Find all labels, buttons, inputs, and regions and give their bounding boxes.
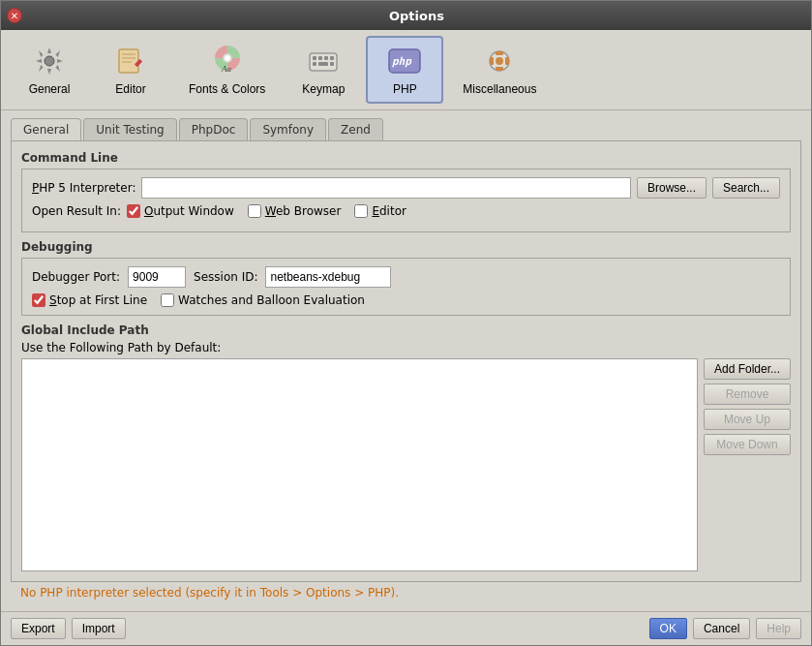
svg-rect-11 <box>313 56 316 60</box>
debugger-port-label: Debugger Port: <box>32 270 120 284</box>
fonts-colors-icon: Aa <box>210 44 245 78</box>
export-button[interactable]: Export <box>11 618 66 639</box>
watches-balloon-checkbox[interactable] <box>161 293 174 307</box>
general-icon <box>32 44 67 78</box>
web-browser-checkbox-item: Web Browser <box>248 204 342 218</box>
toolbar-php-label: PHP <box>393 82 417 96</box>
global-include-path-label: Global Include Path <box>21 323 791 337</box>
watches-balloon-checkbox-item: Watches and Balloon Evaluation <box>161 293 365 307</box>
svg-rect-17 <box>330 62 334 66</box>
editor-checkbox[interactable] <box>354 204 368 218</box>
import-button[interactable]: Import <box>72 618 126 639</box>
command-line-label: Command Line <box>21 151 791 165</box>
help-button[interactable]: Help <box>756 618 801 639</box>
window-title: Options <box>28 9 805 23</box>
toolbar-miscellaneous-label: Miscellaneous <box>463 82 536 96</box>
panel: Command Line PHP 5 Interpreter: Browse..… <box>11 140 801 582</box>
toolbar-keymap[interactable]: Keymap <box>285 36 362 104</box>
move-down-button[interactable]: Move Down <box>704 434 791 455</box>
svg-rect-16 <box>318 62 328 66</box>
watches-balloon-label: Watches and Balloon Evaluation <box>178 293 365 307</box>
remove-button[interactable]: Remove <box>704 384 791 405</box>
session-id-label: Session ID: <box>194 270 257 284</box>
web-browser-label: Web Browser <box>265 204 342 218</box>
status-message: No PHP interpreter selected (specify it … <box>20 586 399 600</box>
path-buttons: Add Folder... Remove Move Up Move Down <box>704 358 791 571</box>
footer: Export Import OK Cancel Help <box>1 611 811 645</box>
browse-button[interactable]: Browse... <box>637 177 707 199</box>
debugger-port-row: Debugger Port: Session ID: <box>32 266 780 288</box>
move-up-button[interactable]: Move Up <box>704 409 791 430</box>
tabs: General Unit Testing PhpDoc Symfony Zend <box>11 118 801 140</box>
close-button[interactable]: ✕ <box>7 8 22 23</box>
debugging-label: Debugging <box>21 240 791 254</box>
svg-rect-14 <box>330 56 334 60</box>
debugger-port-input[interactable] <box>128 266 186 288</box>
svg-point-0 <box>45 56 54 66</box>
svg-rect-21 <box>496 51 503 55</box>
ok-button[interactable]: OK <box>649 618 687 639</box>
output-window-checkbox-item: Output Window <box>127 204 234 218</box>
debugging-checkboxes: Stop at First Line Watches and Balloon E… <box>32 293 780 307</box>
open-result-label: Open Result In: <box>32 204 121 218</box>
cancel-button[interactable]: Cancel <box>693 618 750 639</box>
svg-text:php: php <box>392 55 412 68</box>
toolbar: General Editor Aa <box>1 30 811 110</box>
tab-unit-testing[interactable]: Unit Testing <box>83 118 176 140</box>
editor-checkbox-item: Editor <box>354 204 406 218</box>
search-button[interactable]: Search... <box>712 177 780 199</box>
toolbar-editor[interactable]: Editor <box>92 36 169 104</box>
path-list[interactable] <box>21 358 698 571</box>
content-area: General Unit Testing PhpDoc Symfony Zend… <box>1 110 811 611</box>
footer-right: OK Cancel Help <box>649 618 801 639</box>
add-folder-button[interactable]: Add Folder... <box>704 358 791 380</box>
tab-symfony[interactable]: Symfony <box>250 118 326 140</box>
output-window-label: Output Window <box>144 204 234 218</box>
interpreter-label: PHP 5 Interpreter: <box>32 181 135 195</box>
toolbar-keymap-label: Keymap <box>302 82 345 96</box>
command-line-section: Command Line PHP 5 Interpreter: Browse..… <box>21 151 791 232</box>
options-window: ✕ Options General <box>0 0 812 646</box>
debugging-box: Debugger Port: Session ID: Stop at First… <box>21 258 791 316</box>
toolbar-fonts-colors[interactable]: Aa Fonts & Colors <box>173 36 281 104</box>
toolbar-general[interactable]: General <box>11 36 88 104</box>
stop-first-line-checkbox-item: Stop at First Line <box>32 293 147 307</box>
toolbar-php[interactable]: php PHP <box>366 36 443 104</box>
svg-rect-1 <box>119 49 138 73</box>
open-result-checkboxes: Output Window Web Browser <box>127 204 406 218</box>
keymap-icon <box>306 44 341 78</box>
miscellaneous-icon <box>482 44 517 78</box>
path-area: Add Folder... Remove Move Up Move Down <box>21 358 791 571</box>
svg-rect-13 <box>324 56 328 60</box>
svg-rect-23 <box>490 57 494 65</box>
toolbar-general-label: General <box>29 82 71 96</box>
output-window-checkbox[interactable] <box>127 204 140 218</box>
svg-point-7 <box>225 55 230 61</box>
stop-first-line-checkbox[interactable] <box>32 293 45 307</box>
interpreter-row: PHP 5 Interpreter: Browse... Search... <box>32 177 780 199</box>
svg-rect-15 <box>313 62 316 66</box>
editor-label: Editor <box>372 204 406 218</box>
tab-phpdoc[interactable]: PhpDoc <box>179 118 249 140</box>
tab-zend[interactable]: Zend <box>328 118 383 140</box>
svg-rect-24 <box>505 57 509 65</box>
toolbar-fonts-colors-label: Fonts & Colors <box>189 82 265 96</box>
svg-rect-22 <box>496 67 503 71</box>
session-id-input[interactable] <box>265 266 391 288</box>
command-line-box: PHP 5 Interpreter: Browse... Search... O… <box>21 169 791 232</box>
svg-point-25 <box>496 57 503 65</box>
toolbar-miscellaneous[interactable]: Miscellaneous <box>447 36 552 104</box>
interpreter-input[interactable] <box>141 177 630 199</box>
web-browser-checkbox[interactable] <box>248 204 261 218</box>
editor-icon <box>113 44 148 78</box>
svg-text:Aa: Aa <box>221 64 231 74</box>
tab-general[interactable]: General <box>11 118 81 140</box>
status-bar: No PHP interpreter selected (specify it … <box>11 582 801 603</box>
titlebar: ✕ Options <box>1 1 811 30</box>
toolbar-editor-label: Editor <box>115 82 145 96</box>
debugging-section: Debugging Debugger Port: Session ID: Sto… <box>21 240 791 316</box>
include-path-description: Use the Following Path by Default: <box>21 341 791 354</box>
stop-first-line-label: Stop at First Line <box>49 293 147 307</box>
php-icon: php <box>387 44 422 78</box>
global-include-path-section: Global Include Path Use the Following Pa… <box>21 323 791 571</box>
